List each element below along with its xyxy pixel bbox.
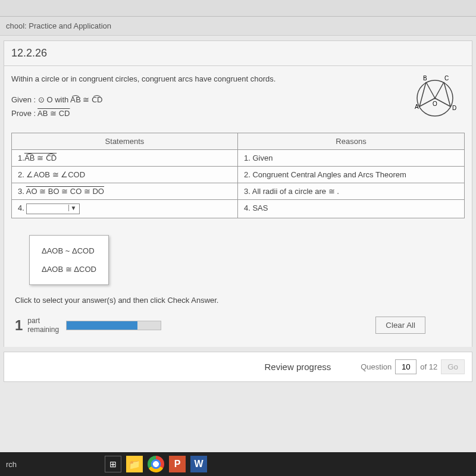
svg-line-4 — [435, 82, 444, 98]
file-explorer-icon[interactable]: 📁 — [126, 456, 143, 472]
option-congruent[interactable]: ΔAOB ≅ ΔCOD — [30, 260, 108, 278]
chevron-down-icon: ▼ — [68, 205, 79, 211]
clear-all-button[interactable]: Clear All — [375, 317, 425, 334]
svg-line-2 — [419, 82, 426, 107]
dropdown-options: ΔAOB ~ ΔCOD ΔAOB ≅ ΔCOD — [29, 235, 109, 285]
svg-text:C: C — [444, 75, 449, 82]
task-view-icon[interactable]: ⊞ — [105, 456, 121, 472]
question-number-input[interactable] — [395, 359, 416, 374]
statements-header: Statements — [12, 133, 238, 149]
powerpoint-icon[interactable]: P — [169, 456, 186, 472]
review-progress-label[interactable]: Review progress — [265, 362, 331, 372]
svg-line-5 — [444, 82, 450, 107]
theorem-text: Within a circle or in congruent circles,… — [11, 73, 393, 86]
option-similar[interactable]: ΔAOB ~ ΔCOD — [30, 242, 108, 260]
search-text[interactable]: rch — [6, 460, 17, 469]
table-row: 2. ∠AOB ≅ ∠COD 2. Congruent Central Angl… — [12, 167, 464, 183]
windows-taskbar: rch ⊞ 📁 P W — [0, 452, 476, 476]
answer-dropdown[interactable]: ▼ — [26, 203, 80, 214]
svg-text:A: A — [415, 104, 419, 110]
top-url-bar — [0, 0, 476, 17]
prove-value: AB ≅ CD — [37, 109, 70, 118]
svg-text:B: B — [423, 75, 427, 82]
table-row: 3. AO ≅ BO ≅ CO ≅ DO 3. All radii of a c… — [12, 183, 464, 200]
breadcrumb: chool: Practice and Application — [0, 17, 476, 36]
review-bar: Review progress Question of 12 Go — [4, 352, 472, 382]
question-total: of 12 — [420, 362, 437, 371]
instruction-text: Click to select your answer(s) and then … — [11, 290, 465, 311]
question-id-header: 12.2.26 — [4, 40, 472, 66]
go-button[interactable]: Go — [441, 359, 465, 374]
table-row: 1.A͡B ≅ C͡D 1. Given — [12, 150, 464, 167]
progress-bar — [66, 321, 161, 330]
parts-remaining: 1 partremaining — [15, 317, 59, 334]
circle-diagram: A B C D O — [405, 73, 465, 121]
reasons-header: Reasons — [238, 133, 464, 149]
svg-text:O: O — [433, 101, 437, 107]
word-icon[interactable]: W — [190, 456, 207, 472]
question-content: Within a circle or in congruent circles,… — [4, 66, 472, 347]
chrome-icon[interactable] — [148, 456, 164, 472]
proof-table: Statements Reasons 1.A͡B ≅ C͡D 1. Given … — [11, 133, 465, 218]
given-value: ⊙ O with A͡B ≅ C͡D — [38, 95, 103, 104]
table-row: 4. ▼ 4. SAS — [12, 200, 464, 218]
prove-label: Prove : — [11, 109, 36, 118]
svg-text:D: D — [452, 105, 456, 111]
given-label: Given : — [11, 95, 36, 104]
svg-line-3 — [426, 82, 435, 98]
question-label: Question — [361, 362, 392, 371]
